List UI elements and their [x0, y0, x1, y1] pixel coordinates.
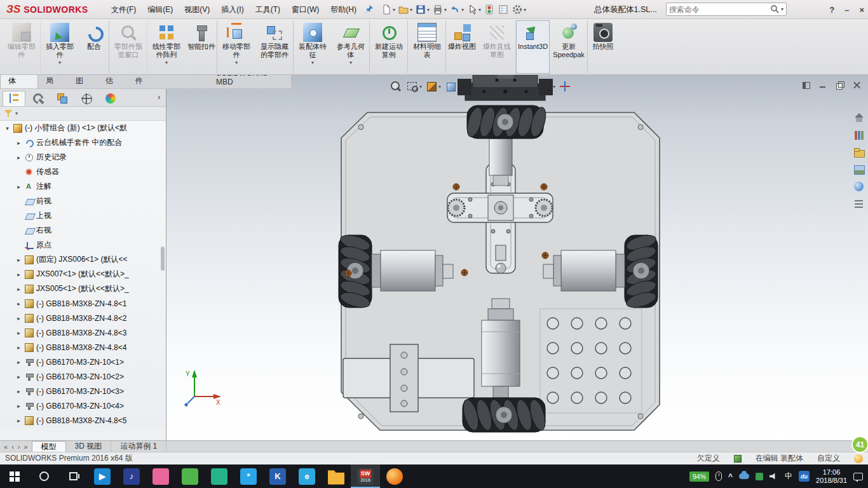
- menu-item[interactable]: 视图(V): [179, 3, 215, 17]
- save-button[interactable]: ▾: [414, 2, 430, 17]
- tree-expand-icon[interactable]: ▸: [15, 301, 22, 307]
- tree-item[interactable]: ▸ JXS007<1> (默认<<默认>_: [0, 267, 166, 281]
- taskbar-app-button[interactable]: K: [263, 464, 292, 488]
- tree-item[interactable]: ▸ (-) GB818-M3X8-ZN-4.8<1: [0, 296, 166, 311]
- view-tab[interactable]: 运动算例 1: [111, 441, 166, 452]
- volume-icon[interactable]: [770, 473, 778, 480]
- help-button[interactable]: ?: [829, 5, 834, 15]
- ribbon-button[interactable]: 智能扣件: [186, 20, 217, 74]
- tree-item[interactable]: ▸ (-) GB818-M3X8-ZN-4.8<3: [0, 325, 166, 340]
- tree-item[interactable]: 前视: [0, 194, 166, 208]
- tree-item[interactable]: ▸ (-) GB6170-M3-ZN-10<2>: [0, 369, 166, 384]
- taskbar-app-button[interactable]: [175, 464, 205, 488]
- taskbar-app-button[interactable]: [380, 464, 409, 488]
- taskbar-app-button[interactable]: [205, 464, 234, 488]
- document-window-button[interactable]: [851, 80, 863, 90]
- tab-scroll-icon[interactable]: ›: [17, 443, 22, 451]
- tree-expand-icon[interactable]: ▸: [15, 374, 22, 380]
- left-motor[interactable]: [372, 250, 453, 291]
- tab-scroll-icon[interactable]: »: [22, 443, 29, 451]
- baidu-ime-icon[interactable]: du: [799, 471, 810, 482]
- taskbar-app-button[interactable]: SW 2016: [351, 464, 380, 488]
- graphics-viewport[interactable]: ▾ ▾ ▾ ▾ ▾ ▾: [166, 75, 868, 440]
- input-language-indicator[interactable]: 中: [785, 471, 792, 482]
- taskbar-app-button[interactable]: e: [292, 464, 322, 488]
- filter-caret-icon[interactable]: ▾: [15, 111, 18, 116]
- taskbar-app-button[interactable]: ♪: [117, 464, 146, 488]
- taskbar-app-button[interactable]: ▶: [88, 464, 117, 488]
- ribbon-button[interactable]: 材料明细表: [408, 20, 446, 74]
- menu-item[interactable]: 编辑(E): [142, 3, 179, 17]
- panel-tab[interactable]: [75, 91, 98, 106]
- tree-expand-icon[interactable]: ▸: [15, 417, 22, 424]
- select-pointer-button[interactable]: ▾: [466, 2, 482, 17]
- ribbon-button[interactable]: 移动零部件 ▾: [217, 20, 255, 74]
- mouse-icon[interactable]: [715, 471, 722, 481]
- customize-button[interactable]: 自定义: [817, 453, 840, 464]
- new-document-button[interactable]: ▾: [380, 2, 396, 17]
- view-tab[interactable]: 3D 视图: [66, 441, 112, 452]
- menu-item[interactable]: 窗口(W): [286, 3, 325, 17]
- tree-item[interactable]: 原点: [0, 238, 166, 252]
- document-window-button[interactable]: [817, 80, 829, 90]
- left-mecanum-wheel[interactable]: [339, 233, 372, 310]
- battery-indicator[interactable]: 94%: [689, 471, 709, 482]
- menu-item[interactable]: 插入(I): [215, 3, 249, 17]
- tree-item[interactable]: ▾ (-) 小臂组合 (新) <1> (默认<默: [0, 121, 166, 135]
- panel-tab[interactable]: [3, 91, 25, 106]
- search-icon[interactable]: [770, 4, 780, 15]
- tree-item[interactable]: ▸ (-) GB818-M3X8-ZN-4.8<2: [0, 311, 166, 325]
- task-pane-icon[interactable]: [853, 112, 865, 125]
- right-motor[interactable]: [543, 250, 625, 291]
- cloud-sync-icon[interactable]: [739, 473, 749, 479]
- task-pane-icon[interactable]: [853, 129, 865, 142]
- tree-expand-icon[interactable]: ▸: [15, 257, 22, 263]
- task-pane-icon[interactable]: [853, 146, 865, 159]
- panel-flyout-arrow[interactable]: ›: [153, 92, 165, 102]
- tree-expand-icon[interactable]: ▸: [15, 315, 22, 322]
- tree-expand-icon[interactable]: ▸: [15, 344, 22, 351]
- command-search[interactable]: ▾: [666, 3, 787, 16]
- start-button[interactable]: [0, 464, 29, 488]
- tree-item[interactable]: 传感器: [0, 165, 166, 179]
- menu-item[interactable]: 工具(T): [250, 3, 286, 17]
- tree-expand-icon[interactable]: ▸: [15, 140, 22, 146]
- top-mecanum-wheel[interactable]: [465, 105, 548, 139]
- ribbon-button[interactable]: 编辑零部件: [3, 20, 41, 74]
- document-window-button[interactable]: [834, 80, 846, 90]
- assembly-model[interactable]: Y X: [166, 75, 868, 440]
- display-settings-button[interactable]: [497, 2, 510, 17]
- options-button[interactable]: ▾: [511, 2, 527, 17]
- undo-button[interactable]: ▾: [449, 2, 465, 17]
- print-button[interactable]: ▾: [431, 2, 447, 17]
- ribbon-button[interactable]: 线性零部件阵列 ▾: [147, 20, 186, 74]
- tree-expand-icon[interactable]: ▸: [15, 403, 22, 409]
- tree-expand-icon[interactable]: ▸: [15, 154, 22, 161]
- action-center-icon[interactable]: [853, 473, 863, 480]
- tree-expand-icon[interactable]: ▸: [15, 330, 22, 336]
- tree-item[interactable]: ▸ (固定) JXS006<1> (默认<<: [0, 252, 166, 267]
- tree-item[interactable]: ▸ (-) GB6170-M3-ZN-10<3>: [0, 384, 166, 398]
- rebuild-button[interactable]: [483, 2, 496, 17]
- tree-item[interactable]: ▸ 历史记录: [0, 150, 166, 165]
- tree-expand-icon[interactable]: ▸: [15, 271, 22, 278]
- tree-expand-icon[interactable]: ▸: [15, 184, 22, 190]
- tree-expand-icon[interactable]: ▾: [4, 125, 11, 132]
- ribbon-button[interactable]: 零部件预览窗口: [109, 20, 147, 74]
- tree-item[interactable]: ▸ JXS005<1> (默认<<默认>_: [0, 281, 166, 296]
- open-button[interactable]: ▾: [397, 2, 413, 17]
- tree-filter[interactable]: ▾: [0, 107, 166, 121]
- tree-item[interactable]: ▸ (-) GB6170-M3-ZN-10<4>: [0, 398, 166, 413]
- resources-ball-icon[interactable]: [854, 454, 863, 463]
- task-pane-icon[interactable]: [853, 163, 865, 176]
- tree-item[interactable]: ▸ (-) GB818-M3X8-ZN-4.8<5: [0, 413, 166, 428]
- task-pane-icon[interactable]: [853, 180, 865, 193]
- tree-item[interactable]: ▸ 云台机械手套件 中的配合: [0, 135, 166, 150]
- menu-item[interactable]: 文件(F): [105, 3, 142, 17]
- tree-item[interactable]: 右视: [0, 223, 166, 238]
- tree-item[interactable]: 上视: [0, 208, 166, 223]
- tree-item[interactable]: ▸ 注解: [0, 179, 166, 194]
- cortana-button[interactable]: [29, 464, 58, 488]
- tray-app-icon[interactable]: [756, 473, 763, 480]
- ribbon-button[interactable]: 装配体特征 ▾: [294, 20, 332, 74]
